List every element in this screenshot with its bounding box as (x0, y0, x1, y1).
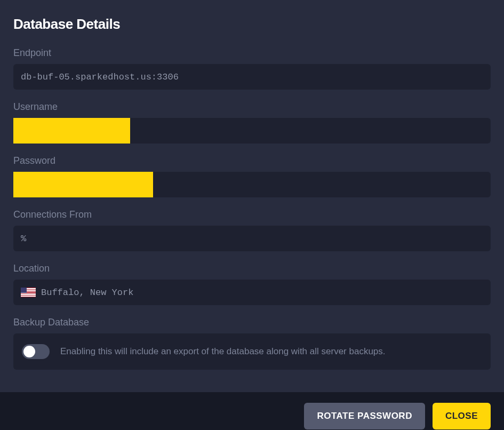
connections-value[interactable]: % (13, 226, 491, 251)
us-flag-icon (21, 288, 36, 297)
modal-title: Database Details (13, 16, 491, 33)
endpoint-label: Endpoint (13, 47, 491, 59)
password-field-group: Password (13, 155, 491, 197)
location-label: Location (13, 263, 491, 274)
modal-content: Database Details Endpoint db-buf-05.spar… (0, 0, 504, 392)
backup-label: Backup Database (13, 317, 491, 328)
location-text: Buffalo, New York (41, 288, 133, 298)
connections-field-group: Connections From % (13, 209, 491, 251)
username-field-group: Username (13, 101, 491, 144)
backup-field: Enabling this will include an export of … (13, 333, 491, 370)
username-redacted (13, 118, 130, 144)
backup-toggle[interactable] (22, 344, 50, 359)
backup-field-group: Backup Database Enabling this will inclu… (13, 317, 491, 370)
username-label: Username (13, 101, 491, 113)
location-field-group: Location Buffalo, New York (13, 263, 491, 305)
location-value[interactable]: Buffalo, New York (13, 280, 491, 305)
password-value[interactable] (13, 172, 491, 197)
endpoint-value[interactable]: db-buf-05.sparkedhost.us:3306 (13, 64, 491, 90)
password-redacted (13, 172, 153, 197)
close-button[interactable]: CLOSE (433, 403, 491, 429)
rotate-password-button[interactable]: ROTATE PASSWORD (304, 403, 425, 429)
backup-description: Enabling this will include an export of … (60, 346, 386, 357)
endpoint-field-group: Endpoint db-buf-05.sparkedhost.us:3306 (13, 47, 491, 90)
connections-text: % (21, 234, 26, 244)
modal-footer: ROTATE PASSWORD CLOSE (0, 392, 504, 430)
toggle-knob (23, 346, 35, 357)
endpoint-text: db-buf-05.sparkedhost.us:3306 (21, 72, 179, 82)
password-label: Password (13, 155, 491, 166)
username-value[interactable] (13, 118, 491, 144)
connections-label: Connections From (13, 209, 491, 220)
